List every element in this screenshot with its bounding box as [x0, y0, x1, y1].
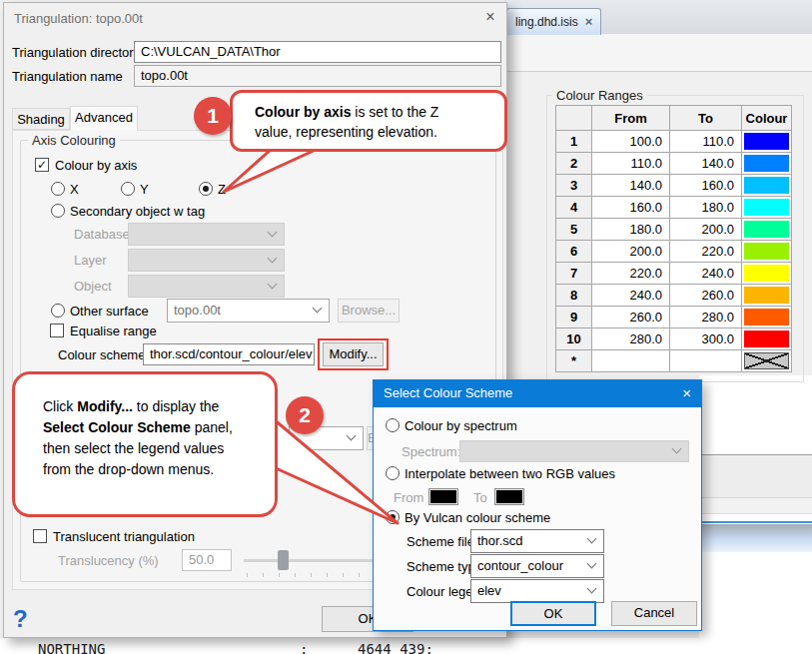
- spectrum-dropdown[interactable]: [459, 440, 689, 462]
- colour-swatch[interactable]: [744, 243, 789, 260]
- radio-interpolate-rgb[interactable]: [386, 466, 400, 480]
- colour-cell[interactable]: [742, 241, 792, 263]
- row-number-cell[interactable]: 6: [556, 241, 592, 263]
- directory-input[interactable]: C:\VULCAN_DATA\Thor: [134, 41, 501, 63]
- from-label: From: [394, 490, 423, 505]
- to-cell[interactable]: 200.0: [670, 219, 742, 241]
- from-cell[interactable]: 110.0: [592, 153, 670, 175]
- row-number-cell[interactable]: 10: [556, 328, 592, 350]
- radio-secondary-object[interactable]: [51, 204, 65, 218]
- row-number-cell[interactable]: *: [556, 350, 592, 372]
- colour-by-axis-checkbox[interactable]: ✓: [35, 158, 49, 172]
- from-cell[interactable]: 280.0: [592, 328, 670, 350]
- from-cell[interactable]: 100.0: [592, 131, 670, 153]
- layer-label: Layer: [74, 253, 107, 268]
- tab-close-icon[interactable]: ×: [585, 14, 593, 29]
- other-surface-dropdown[interactable]: topo.00t: [167, 299, 330, 323]
- background-panel-top: [504, 34, 812, 72]
- to-colour-swatch[interactable]: [494, 488, 524, 505]
- to-cell[interactable]: [670, 350, 742, 372]
- colour-swatch[interactable]: [744, 330, 789, 347]
- radio-z[interactable]: [199, 182, 213, 196]
- name-input[interactable]: topo.00t: [134, 65, 501, 87]
- ok-button[interactable]: OK: [510, 601, 596, 626]
- cancel-button[interactable]: Cancel: [611, 601, 697, 626]
- colour-swatch[interactable]: [744, 177, 789, 194]
- translucency-input[interactable]: 50.0: [182, 549, 232, 571]
- translucent-checkbox[interactable]: [33, 529, 47, 543]
- colour-swatch[interactable]: [744, 265, 789, 282]
- colour-swatch[interactable]: [744, 221, 789, 238]
- scheme-file-dropdown[interactable]: thor.scd: [470, 529, 604, 553]
- colour-swatch[interactable]: [744, 155, 789, 172]
- from-colour-swatch[interactable]: [428, 488, 458, 505]
- colour-cell[interactable]: [742, 219, 792, 241]
- help-icon[interactable]: ?: [13, 605, 28, 633]
- background-editor-tab[interactable]: ling.dhd.isis×: [506, 8, 601, 35]
- colour-swatch[interactable]: [744, 309, 789, 326]
- to-cell[interactable]: 160.0: [670, 175, 742, 197]
- from-cell[interactable]: 220.0: [592, 263, 670, 285]
- colour-cell[interactable]: [742, 350, 792, 372]
- from-cell[interactable]: 260.0: [592, 307, 670, 328]
- colour-cell[interactable]: [742, 328, 792, 350]
- colour-legend-dropdown[interactable]: elev: [470, 579, 604, 603]
- radio-z-label: Z: [218, 182, 226, 197]
- colour-cell[interactable]: [742, 263, 792, 285]
- colour-cell[interactable]: [742, 175, 792, 197]
- row-number-cell[interactable]: 8: [556, 285, 592, 307]
- radio-colour-by-spectrum[interactable]: [386, 418, 400, 432]
- to-cell[interactable]: 180.0: [670, 197, 742, 219]
- colour-swatch[interactable]: [744, 287, 789, 304]
- row-number-cell[interactable]: 3: [556, 175, 592, 197]
- close-icon[interactable]: ×: [682, 384, 691, 401]
- radio-y-label: Y: [140, 182, 149, 197]
- equalise-range-checkbox[interactable]: [50, 324, 64, 337]
- row-number-cell[interactable]: 4: [556, 197, 592, 219]
- from-cell[interactable]: 140.0: [592, 175, 670, 197]
- colour-swatch[interactable]: [744, 352, 789, 369]
- to-cell[interactable]: 240.0: [670, 263, 742, 285]
- background-band: [699, 455, 812, 497]
- colour-cell[interactable]: [742, 285, 792, 307]
- tab-advanced[interactable]: Advanced: [70, 106, 138, 131]
- close-icon[interactable]: ×: [479, 8, 501, 28]
- database-dropdown[interactable]: [128, 223, 285, 246]
- tab-shading[interactable]: Shading: [12, 108, 70, 130]
- to-cell[interactable]: 260.0: [670, 285, 742, 307]
- from-cell[interactable]: [592, 350, 670, 372]
- colour-swatch[interactable]: [744, 133, 789, 150]
- table-row: 3140.0160.0: [556, 175, 792, 197]
- row-number-cell[interactable]: 1: [556, 131, 592, 153]
- to-cell[interactable]: 220.0: [670, 241, 742, 263]
- from-cell[interactable]: 160.0: [592, 197, 670, 219]
- radio-by-vulcan-scheme[interactable]: [386, 510, 400, 524]
- radio-x[interactable]: [51, 182, 65, 196]
- to-label: To: [473, 490, 487, 505]
- colour-swatch[interactable]: [744, 199, 789, 216]
- colour-cell[interactable]: [742, 153, 792, 175]
- colour-cell[interactable]: [742, 197, 792, 219]
- object-dropdown[interactable]: [128, 275, 285, 298]
- radio-y[interactable]: [121, 182, 135, 196]
- radio-other-surface[interactable]: [51, 304, 65, 318]
- to-cell[interactable]: 110.0: [670, 131, 742, 153]
- translucency-slider-thumb[interactable]: [278, 550, 289, 570]
- from-cell[interactable]: 200.0: [592, 241, 670, 263]
- row-number-cell[interactable]: 2: [556, 153, 592, 175]
- row-number-cell[interactable]: 5: [556, 219, 592, 241]
- from-cell[interactable]: 180.0: [592, 219, 670, 241]
- row-number-cell[interactable]: 7: [556, 263, 592, 285]
- colour-cell[interactable]: [742, 307, 792, 328]
- to-cell[interactable]: 300.0: [670, 328, 742, 350]
- step-1-badge: 1: [194, 97, 232, 135]
- colour-cell[interactable]: [742, 131, 792, 153]
- browse-button[interactable]: Browse...: [338, 299, 400, 323]
- scheme-type-dropdown[interactable]: contour_colour: [470, 554, 604, 578]
- layer-dropdown[interactable]: [128, 249, 285, 272]
- to-cell[interactable]: 140.0: [670, 153, 742, 175]
- to-cell[interactable]: 280.0: [670, 307, 742, 328]
- from-cell[interactable]: 240.0: [592, 285, 670, 307]
- row-number-cell[interactable]: 9: [556, 307, 592, 328]
- colour-scheme-input[interactable]: thor.scd/contour_colour/elev: [143, 343, 315, 365]
